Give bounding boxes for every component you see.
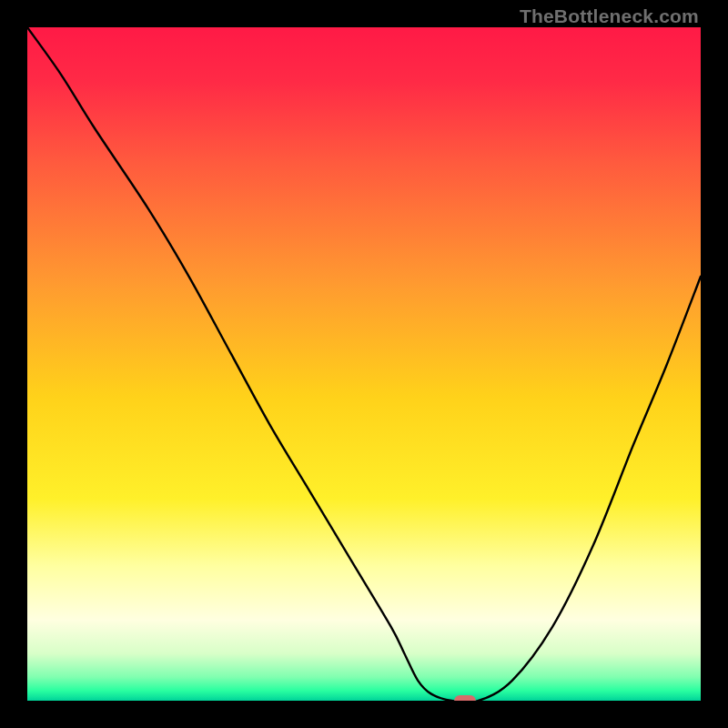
- curve-layer: [27, 27, 701, 701]
- chart-container: TheBottleneck.com: [0, 0, 728, 728]
- bottleneck-curve: [27, 27, 701, 701]
- plot-area: [27, 27, 701, 701]
- watermark-text: TheBottleneck.com: [520, 5, 699, 27]
- optimal-point-marker: [454, 695, 476, 701]
